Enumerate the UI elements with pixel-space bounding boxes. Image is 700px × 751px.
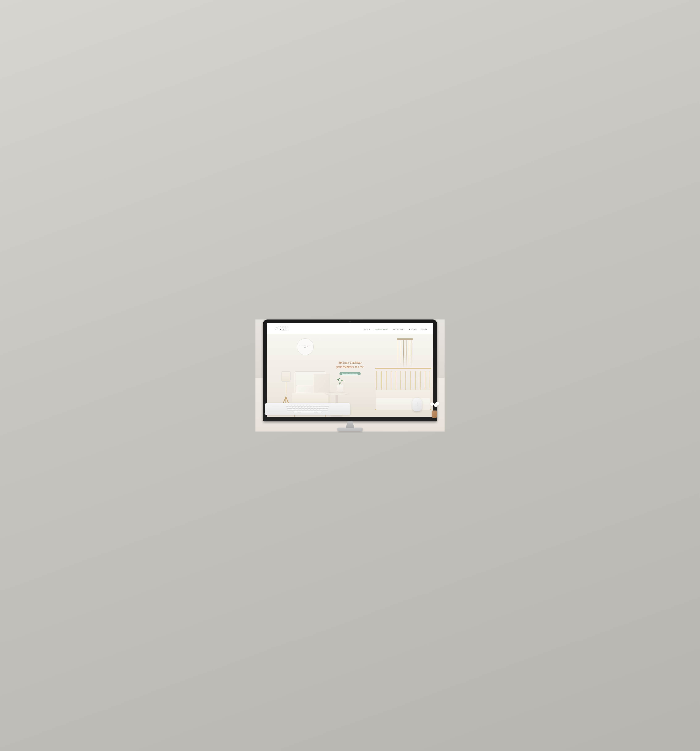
nav-link-projets[interactable]: Tous les projets	[392, 328, 405, 330]
hero-title-line2: pour chambres de bébé	[336, 365, 364, 368]
svg-point-1	[276, 327, 277, 328]
flower-vase-body	[432, 411, 437, 418]
nav-links: Services Projets en photos Tous les proj…	[363, 327, 427, 331]
navigation: inspiration cocon Services Projets en ph…	[267, 323, 433, 334]
key	[321, 405, 324, 406]
keyboard-row	[267, 405, 348, 406]
svg-point-0	[277, 328, 278, 328]
keyboard-row	[267, 409, 348, 411]
monitor-stand-neck	[346, 422, 354, 428]
key	[299, 409, 301, 411]
key	[312, 405, 315, 406]
key	[308, 407, 310, 408]
logo[interactable]: inspiration cocon	[273, 326, 289, 332]
keyboard-body	[265, 403, 350, 415]
key	[325, 407, 327, 408]
key	[305, 407, 307, 408]
key	[295, 405, 297, 406]
key	[319, 409, 322, 411]
monitor-camera-dot	[349, 321, 351, 323]
key	[324, 405, 329, 406]
svg-point-6	[341, 379, 344, 381]
key	[298, 405, 300, 406]
hero-title: Stylisme d'intérieur pour chambres de bé…	[313, 361, 387, 369]
flower-head	[436, 402, 439, 405]
monitor-wrapper: inspiration cocon Services Projets en ph…	[256, 320, 444, 432]
key	[301, 405, 303, 406]
key	[308, 409, 310, 411]
keyboard-row	[267, 407, 348, 408]
key	[302, 407, 304, 408]
key	[315, 405, 318, 406]
mouse-body	[412, 398, 422, 411]
key	[293, 411, 299, 413]
decorative-flower-vase	[428, 401, 441, 418]
key	[322, 407, 325, 408]
key	[296, 407, 298, 408]
spacebar-key	[299, 411, 316, 413]
mouse-scroll-line	[417, 402, 417, 406]
key	[293, 407, 295, 408]
nav-item-apropos[interactable]: A propos	[409, 327, 416, 331]
key	[311, 409, 313, 411]
key	[319, 407, 322, 408]
key	[296, 409, 298, 411]
vase-stems	[336, 377, 344, 385]
flower-head	[430, 402, 434, 406]
key	[292, 405, 294, 406]
key	[307, 405, 309, 406]
hero-text-block: Stylisme d'intérieur pour chambres de bé…	[313, 361, 387, 375]
key	[293, 409, 295, 411]
desktop-scene: inspiration cocon Services Projets en ph…	[256, 320, 444, 432]
badge-text: Rêver du meilleur pour ton bébé	[297, 344, 313, 350]
nav-item-contact[interactable]: Contact	[421, 327, 427, 331]
key	[313, 407, 316, 408]
key	[304, 405, 306, 406]
room-vase	[335, 377, 345, 392]
key	[305, 409, 307, 411]
logo-bird-icon	[273, 326, 279, 332]
key	[322, 409, 327, 411]
key	[302, 409, 304, 411]
lamp-shade	[281, 371, 291, 382]
key	[314, 409, 316, 411]
nav-item-projets[interactable]: Tous les projets	[392, 327, 405, 331]
nav-item-photos[interactable]: Projets en photos	[374, 327, 388, 331]
key	[317, 409, 319, 411]
table-top	[325, 392, 348, 395]
hero-badge: Rêver du meilleur pour ton bébé	[297, 338, 314, 355]
vase-body	[337, 385, 343, 392]
flower-heads	[428, 401, 441, 411]
key	[316, 411, 321, 413]
key	[316, 407, 319, 408]
plant-stems-icon	[336, 377, 344, 385]
logo-text: inspiration cocon	[280, 326, 289, 331]
crib-mattress	[376, 398, 430, 410]
key	[287, 407, 293, 408]
hero-title-line1: Stylisme d'intérieur	[338, 361, 361, 364]
key	[309, 405, 312, 406]
key	[299, 407, 301, 408]
keyboard	[265, 403, 350, 415]
nav-link-services[interactable]: Services	[363, 328, 370, 330]
table-base	[331, 415, 342, 417]
key	[289, 405, 291, 406]
nav-link-apropos[interactable]: A propos	[409, 328, 416, 330]
key	[286, 405, 288, 406]
hero-cta-button[interactable]: Découvrir mes services	[339, 372, 361, 376]
monitor-stand-base	[338, 428, 362, 431]
logo-bottom: cocon	[280, 328, 289, 331]
key	[287, 409, 293, 411]
key	[318, 405, 321, 406]
key	[310, 407, 313, 408]
nav-item-services[interactable]: Services	[363, 327, 370, 331]
nav-link-contact[interactable]: Contact	[421, 328, 427, 330]
mouse	[412, 398, 422, 411]
nav-link-photos[interactable]: Projets en photos	[374, 328, 388, 330]
keyboard-row	[267, 411, 348, 413]
